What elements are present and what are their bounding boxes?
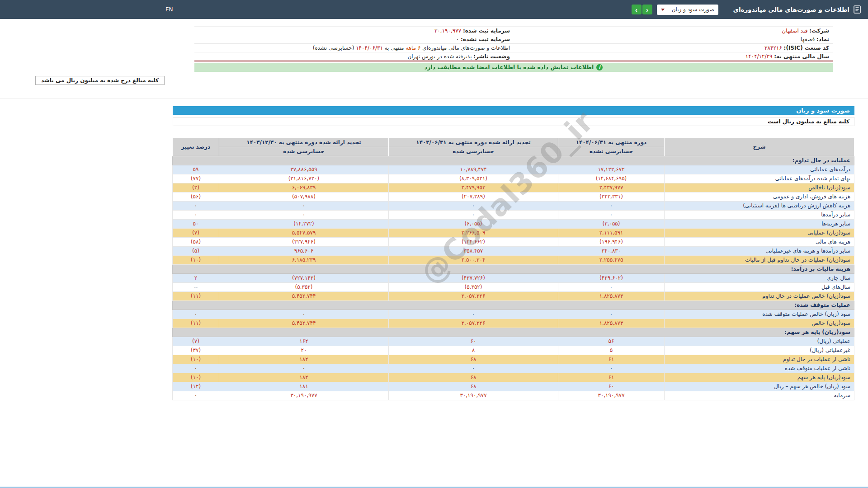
- isic-cell: کد صنعت (ISIC): ۳۸۴۲۱۶: [514, 44, 833, 52]
- period-mid: منتهی به: [385, 45, 404, 51]
- row-change-percent: ۰: [173, 364, 219, 373]
- col-header-current-period: دوره منتهی به ۱۴۰۴/۰۶/۳۱: [558, 138, 665, 147]
- fiscal-year-cell: سال مالی منتهی به: ۱۴۰۴/۱۲/۲۹: [514, 52, 833, 61]
- row-label: سود(زیان) پایه هر سهم: [665, 373, 854, 382]
- row-value-restated-mid: ۲,۰۵۷,۲۲۶: [389, 319, 558, 328]
- statement-section-row: هزینه مالیات بر درآمد:: [173, 264, 854, 273]
- info-row-isic: کد صنعت (ISIC): ۳۸۴۲۱۶ اطلاعات و صورت‌ها…: [194, 44, 833, 52]
- company-name: قند اصفهان: [782, 28, 807, 34]
- row-value-current: ۳۴۰,۸۳۰: [558, 246, 665, 255]
- row-label: عملیاتی (ریال): [665, 337, 854, 346]
- row-label: سایر هزینه‌ها: [665, 219, 854, 228]
- section-label: سود(زیان) پایه هر سهم:: [173, 328, 854, 337]
- company-cell: شرکت: قند اصفهان: [514, 27, 833, 35]
- row-value-restated-mid: ۳۰,۱۹۰,۹۷۷: [389, 391, 558, 400]
- statement-data-row: سود(زیان) عملیاتی۲,۱۱۱,۵۹۱۲,۲۶۶,۵۰۹۵,۵۴۷…: [173, 228, 854, 237]
- symbol-label: نماد:: [816, 36, 829, 42]
- row-value-current: ۵: [558, 346, 665, 355]
- row-change-percent: (۱۲): [173, 382, 219, 391]
- row-label: غیرعملیاتی (ریال): [665, 346, 854, 355]
- row-change-percent: ۰: [173, 210, 219, 219]
- statement-data-row: سود (زیان) خالص عملیات متوقف شده۰۰۰۰: [173, 310, 854, 319]
- symbol-value: قصفها: [801, 36, 815, 42]
- fiscal-year-label: سال مالی منتهی به:: [774, 53, 829, 60]
- statement-data-row: سود(زیان) عملیات در حال تداوم قبل از مال…: [173, 255, 854, 264]
- row-change-percent: (۱۱): [173, 319, 219, 328]
- row-value-restated-annual: (۱۴,۲۷۲): [219, 219, 389, 228]
- row-value-restated-annual: (۵۰۷,۹۸۸): [219, 192, 389, 201]
- chevron-down-icon: [661, 9, 665, 11]
- row-label: سود(زیان) خالص عملیات در حال تداوم: [665, 291, 854, 300]
- row-value-current: (۱۹۶,۹۴۶): [558, 237, 665, 246]
- issuer-status-cell: وضعیت ناشر: پذیرفته شده در بورس تهران: [194, 52, 514, 61]
- statement-data-row: سایر درآمدها و هزینه های غیرعملیاتی۳۴۰,۸…: [173, 246, 854, 255]
- row-label: سال جاری: [665, 273, 854, 282]
- nav-forward-button[interactable]: ›: [632, 5, 642, 14]
- statement-data-row: سود (زیان) خالص هر سهم – ریال۶۰۶۸۱۸۱(۱۲): [173, 382, 854, 391]
- nav-back-button[interactable]: ‹: [642, 5, 652, 14]
- row-value-restated-mid: ۸: [389, 346, 558, 355]
- statement-data-row: عملیاتی (ریال)۵۶۶۰۱۶۲(۷): [173, 337, 854, 346]
- row-change-percent: (۱۰): [173, 373, 219, 382]
- row-value-restated-annual: ۵,۴۵۲,۷۴۴: [219, 319, 389, 328]
- row-value-restated-mid: ۶۰: [389, 337, 558, 346]
- row-change-percent: ۲: [173, 273, 219, 282]
- statement-data-row: سود(زیان) ناخالص۲,۴۳۷,۹۷۷۲,۴۷۹,۹۵۳۶,۰۶۹,…: [173, 183, 854, 192]
- registered-capital-value: ۳۰,۱۹۰,۹۷۷: [434, 28, 461, 34]
- statement-data-row: ناشی از عملیات در حال تداوم۶۱۶۸۱۸۲(۱۰): [173, 355, 854, 364]
- row-value-restated-annual: ۰: [219, 210, 389, 219]
- row-value-restated-mid: ۲,۵۰۰,۳۰۴: [389, 255, 558, 264]
- statement-type-selected-value: صورت سود و زیان: [672, 6, 714, 13]
- info-row-symbol: نماد: قصفها سرمایه ثبت نشده: ۰: [194, 35, 833, 44]
- row-value-restated-mid: ۱۰,۷۸۹,۴۷۴: [389, 165, 558, 174]
- row-value-restated-annual: ۱۶۲: [219, 337, 389, 346]
- statements-icon: [853, 5, 862, 14]
- row-label: ناشی از عملیات متوقف شده: [665, 364, 854, 373]
- row-value-restated-annual: (۳۲۷,۹۴۶): [219, 237, 389, 246]
- language-toggle[interactable]: EN: [165, 6, 173, 13]
- row-value-restated-mid: ۲,۴۷۹,۹۵۳: [389, 183, 558, 192]
- unregistered-capital-value: ۰: [456, 36, 459, 42]
- unregistered-capital-label: سرمایه ثبت نشده:: [461, 36, 510, 42]
- signature-match-banner: i اطلاعات نمایش داده شده با اطلاعات امضا…: [194, 63, 833, 72]
- statement-data-row: درآمدهای عملیاتی۱۷,۱۲۲,۶۷۲۱۰,۷۸۹,۴۷۴۳۷,۸…: [173, 165, 854, 174]
- isic-value: ۳۸۴۲۱۶: [764, 45, 782, 51]
- row-label: هزینه های مالی: [665, 237, 854, 246]
- statement-table-holder: @Codal360_ir شرح دوره منتهی به ۱۴۰۴/۰۶/۳…: [173, 138, 854, 400]
- row-value-restated-mid: (۴۳۷,۷۲۶): [389, 273, 558, 282]
- row-value-restated-annual: ۱۸۲: [219, 373, 389, 382]
- issuer-status-value: پذیرفته شده در بورس تهران: [407, 53, 472, 60]
- row-change-percent: ۰: [173, 391, 219, 400]
- statement-data-row: سرمایه۳۰,۱۹۰,۹۷۷۳۰,۱۹۰,۹۷۷۳۰,۱۹۰,۹۷۷۰: [173, 391, 854, 400]
- row-value-restated-mid: ۲,۲۶۶,۵۰۹: [389, 228, 558, 237]
- row-value-restated-mid: (۶,۰۵۵): [389, 219, 558, 228]
- income-statement-table: شرح دوره منتهی به ۱۴۰۴/۰۶/۳۱ تجدید ارائه…: [172, 138, 854, 400]
- row-value-current: ۶۱: [558, 373, 665, 382]
- row-value-current: ۲,۴۳۷,۹۷۷: [558, 183, 665, 192]
- row-value-current: ۱,۸۲۵,۸۷۳: [558, 319, 665, 328]
- row-change-percent: --: [173, 282, 219, 291]
- registered-capital-label: سرمایه ثبت شده:: [463, 28, 510, 34]
- audit-status-current: حسابرسی نشده: [558, 147, 665, 156]
- row-label: سود(زیان) ناخالص: [665, 183, 854, 192]
- divider: [0, 99, 868, 99]
- row-change-percent: (۷): [173, 228, 219, 237]
- row-value-restated-annual: (۷۲۷,۱۴۳): [219, 273, 389, 282]
- info-row-fiscal-year: سال مالی منتهی به: ۱۴۰۴/۱۲/۲۹ وضعیت ناشر…: [194, 52, 833, 61]
- row-value-current: ۲,۲۵۵,۴۷۵: [558, 255, 665, 264]
- row-value-current: ۱۷,۱۲۲,۶۷۲: [558, 165, 665, 174]
- period-prefix: اطلاعات و صورت‌های مالی میاندوره‌ای: [422, 45, 510, 51]
- row-change-percent: (۷): [173, 337, 219, 346]
- row-value-restated-mid: (۵,۳۵۲): [389, 282, 558, 291]
- row-change-percent: (۱۱): [173, 291, 219, 300]
- row-value-restated-annual: (۳۱,۸۱۶,۷۲۰): [219, 174, 389, 183]
- topbar-inner: اطلاعات و صورت‌های مالی میاندوره‌ای صورت…: [159, 0, 868, 19]
- section-label: عملیات متوقف شده:: [173, 300, 854, 310]
- statement-data-row: سود(زیان) خالص۱,۸۲۵,۸۷۳۲,۰۵۷,۲۲۶۵,۴۵۲,۷۴…: [173, 319, 854, 328]
- chevron-left-icon: ‹: [646, 6, 648, 13]
- row-change-percent: (۷۷): [173, 174, 219, 183]
- company-info-table: شرکت: قند اصفهان سرمایه ثبت شده: ۳۰,۱۹۰,…: [194, 26, 833, 61]
- row-value-restated-annual: ۱۸۱: [219, 382, 389, 391]
- statement-title-bar: صورت سود و زیان: [173, 106, 854, 115]
- statement-type-select[interactable]: صورت سود و زیان: [657, 5, 718, 15]
